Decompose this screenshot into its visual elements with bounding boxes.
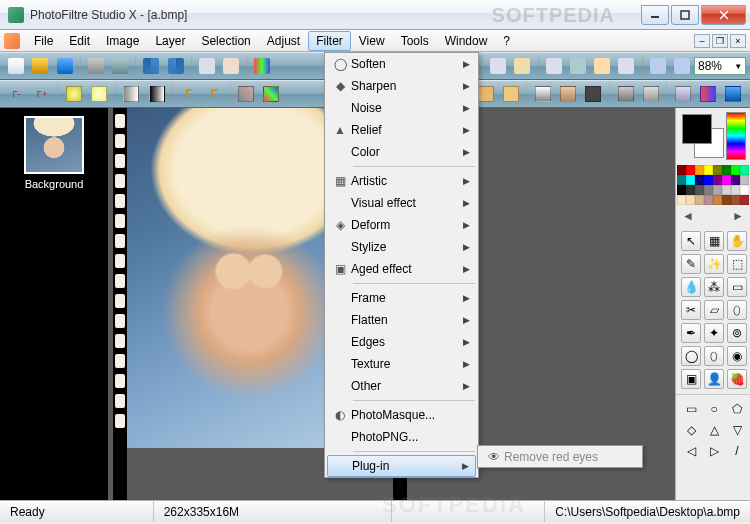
palette-swatch[interactable] <box>686 165 695 175</box>
auto-gamma-plus[interactable]: Γ+ <box>30 83 53 105</box>
tool-button[interactable]: ▦ <box>704 231 724 251</box>
shape-button[interactable]: ○ <box>704 400 724 418</box>
palette-swatch[interactable] <box>686 175 695 185</box>
palette-swatch[interactable] <box>713 165 722 175</box>
filter-texture[interactable]: Texture▶ <box>325 353 478 375</box>
open-button[interactable] <box>29 55 51 77</box>
tool-button[interactable]: ⬚ <box>727 254 747 274</box>
shape-button[interactable]: / <box>727 442 747 460</box>
filter-deform[interactable]: ◈Deform▶ <box>325 214 478 236</box>
palette-swatch[interactable] <box>713 185 722 195</box>
filter-color[interactable]: Color▶ <box>325 141 478 163</box>
filter-noise[interactable]: Noise▶ <box>325 97 478 119</box>
filter-sharpen[interactable]: ◆Sharpen▶ <box>325 75 478 97</box>
mdi-close[interactable]: × <box>730 34 746 48</box>
contrast-plus[interactable] <box>145 83 168 105</box>
palette-swatch[interactable] <box>731 175 740 185</box>
palette-next[interactable]: ► <box>732 209 744 223</box>
palette-swatch[interactable] <box>731 195 740 205</box>
swatch-11[interactable] <box>722 83 745 105</box>
minimize-button[interactable] <box>641 5 669 25</box>
zoom-combo[interactable]: 88%▼ <box>694 57 746 75</box>
menu-image[interactable]: Image <box>98 31 147 51</box>
tool-button[interactable]: ⬯ <box>704 346 724 366</box>
menu-layer[interactable]: Layer <box>147 31 193 51</box>
tool-button[interactable]: ◉ <box>727 346 747 366</box>
swatch-10[interactable] <box>697 83 720 105</box>
mdi-minimize[interactable]: – <box>694 34 710 48</box>
palette-swatch[interactable] <box>704 165 713 175</box>
menu-view[interactable]: View <box>351 31 393 51</box>
filter-soften[interactable]: ◯Soften▶ <box>325 53 478 75</box>
bright-plus[interactable] <box>88 83 111 105</box>
paste-button[interactable] <box>220 55 242 77</box>
tool-button[interactable]: ▣ <box>681 369 701 389</box>
palette-swatch[interactable] <box>677 165 686 175</box>
rgb-button[interactable] <box>251 55 273 77</box>
tool-f[interactable] <box>567 55 589 77</box>
menu-file[interactable]: File <box>26 31 61 51</box>
palette-swatch[interactable] <box>740 175 749 185</box>
tool-i[interactable] <box>647 55 669 77</box>
shape-button[interactable]: ▽ <box>727 421 747 439</box>
tool-d[interactable] <box>511 55 533 77</box>
maximize-button[interactable] <box>671 5 699 25</box>
palette-swatch[interactable] <box>722 165 731 175</box>
palette-swatch[interactable] <box>740 195 749 205</box>
mdi-restore[interactable]: ❐ <box>712 34 728 48</box>
palette-swatch[interactable] <box>731 185 740 195</box>
sat-minus[interactable] <box>235 83 258 105</box>
filter-plug-in[interactable]: Plug-in▶ <box>327 455 476 477</box>
sat-plus[interactable] <box>260 83 283 105</box>
palette-swatch[interactable] <box>722 195 731 205</box>
menu-selection[interactable]: Selection <box>193 31 258 51</box>
copy-button[interactable] <box>196 55 218 77</box>
tool-button[interactable]: ↖ <box>681 231 701 251</box>
palette-swatch[interactable] <box>695 195 704 205</box>
tool-button[interactable]: ✨ <box>704 254 724 274</box>
shape-button[interactable]: ▷ <box>704 442 724 460</box>
tool-h[interactable] <box>615 55 637 77</box>
tool-button[interactable]: ⬯ <box>727 300 747 320</box>
redo-button[interactable] <box>164 55 186 77</box>
filter-aged-effect[interactable]: ▣Aged effect▶ <box>325 258 478 280</box>
menu-filter[interactable]: Filter <box>308 31 351 51</box>
shape-button[interactable]: △ <box>704 421 724 439</box>
shape-button[interactable]: ▭ <box>681 400 701 418</box>
new-button[interactable] <box>5 55 27 77</box>
swatch-7[interactable] <box>614 83 637 105</box>
spectrum-picker[interactable] <box>726 112 746 160</box>
palette-swatch[interactable] <box>695 175 704 185</box>
filter-visual-effect[interactable]: Visual effect▶ <box>325 192 478 214</box>
palette-swatch[interactable] <box>677 175 686 185</box>
foreground-color[interactable] <box>682 114 712 144</box>
palette-swatch[interactable] <box>695 185 704 195</box>
color-palette[interactable] <box>676 164 750 206</box>
tool-button[interactable]: ⁂ <box>704 277 724 297</box>
undo-button[interactable] <box>140 55 162 77</box>
palette-swatch[interactable] <box>677 185 686 195</box>
menu-tools[interactable]: Tools <box>393 31 437 51</box>
color-selector[interactable] <box>676 108 750 164</box>
palette-swatch[interactable] <box>704 185 713 195</box>
palette-swatch[interactable] <box>686 195 695 205</box>
palette-swatch[interactable] <box>713 175 722 185</box>
shape-button[interactable]: ⬠ <box>727 400 747 418</box>
tool-g[interactable] <box>591 55 613 77</box>
shape-button[interactable]: ◁ <box>681 442 701 460</box>
menu-window[interactable]: Window <box>437 31 496 51</box>
tool-button[interactable]: ◯ <box>681 346 701 366</box>
tool-button[interactable]: ⊚ <box>727 323 747 343</box>
filter-stylize[interactable]: Stylize▶ <box>325 236 478 258</box>
swatch-5[interactable] <box>557 83 580 105</box>
palette-swatch[interactable] <box>686 185 695 195</box>
palette-swatch[interactable] <box>713 195 722 205</box>
tool-j[interactable] <box>671 55 693 77</box>
swatch-9[interactable] <box>671 83 694 105</box>
filter-artistic[interactable]: ▦Artistic▶ <box>325 170 478 192</box>
filter-photopng-[interactable]: PhotoPNG... <box>325 426 478 448</box>
contrast-minus[interactable] <box>120 83 143 105</box>
palette-swatch[interactable] <box>740 185 749 195</box>
tool-button[interactable]: ▭ <box>727 277 747 297</box>
tool-button[interactable]: ✎ <box>681 254 701 274</box>
